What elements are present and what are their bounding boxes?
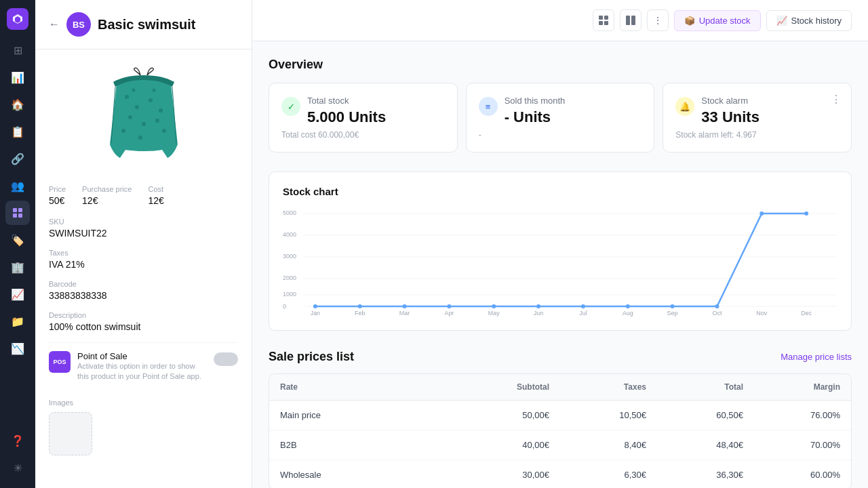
overview-cards: ✓ Total stock 5.000 Units Total cost 60.… xyxy=(269,83,852,152)
stock-alarm-label: Stock alarm xyxy=(701,96,760,106)
stock-alarm-sub: Stock alarm left: 4.967 xyxy=(675,130,839,140)
svg-text:Jul: Jul xyxy=(579,310,587,317)
purchase-price-item: Purchase price 12€ xyxy=(82,185,132,207)
sidebar-item-customers[interactable]: 👥 xyxy=(5,174,30,198)
price-row: Price 50€ Purchase price 12€ Cost 12€ xyxy=(49,185,238,207)
cell-taxes: 6,30€ xyxy=(560,460,657,488)
image-thumbnail[interactable] xyxy=(49,412,92,455)
sidebar-item-plugins[interactable]: ✳ xyxy=(5,455,30,480)
cell-rate: Main price xyxy=(269,401,463,430)
grid-view-button[interactable] xyxy=(593,9,614,31)
update-stock-button[interactable]: 📦 Update stock xyxy=(674,10,761,31)
sold-this-month-card: ≡ Sold this month - Units - xyxy=(466,83,655,152)
price-item: Price 50€ xyxy=(49,185,66,207)
logo[interactable] xyxy=(7,8,28,30)
product-image xyxy=(76,63,212,171)
pos-text: Point of Sale Activate this option in or… xyxy=(77,351,207,382)
avatar: BS xyxy=(66,12,91,37)
sidebar-item-inventory[interactable] xyxy=(5,201,30,225)
table-row: B2B 40,00€ 8,40€ 48,40€ 70.00% xyxy=(269,430,851,460)
svg-point-13 xyxy=(138,136,142,140)
svg-point-48 xyxy=(403,304,407,308)
cell-margin: 60.00% xyxy=(754,460,851,488)
sold-month-sub: - xyxy=(479,130,642,140)
svg-point-56 xyxy=(760,211,764,216)
col-rate: Rate xyxy=(269,374,463,400)
product-image-area xyxy=(35,49,252,185)
pos-badge: POS xyxy=(49,351,71,373)
taxes-label: Taxes xyxy=(49,249,238,257)
split-view-button[interactable] xyxy=(620,9,642,31)
svg-rect-18 xyxy=(599,21,603,25)
sidebar-item-reports[interactable]: 📈 xyxy=(5,282,30,306)
svg-point-12 xyxy=(162,129,166,133)
svg-text:Apr: Apr xyxy=(444,310,454,317)
svg-rect-0 xyxy=(13,208,17,212)
svg-point-10 xyxy=(155,119,159,123)
svg-point-55 xyxy=(715,304,719,308)
svg-text:Mar: Mar xyxy=(399,310,410,317)
svg-point-52 xyxy=(581,304,585,308)
table-row: Wholesale 30,00€ 6,30€ 36,30€ 60.00% xyxy=(269,460,851,488)
bell-icon: 🔔 xyxy=(675,97,694,116)
barcode-label: Barcode xyxy=(49,280,238,288)
cell-subtotal: 30,00€ xyxy=(463,460,560,488)
manage-price-lists-link[interactable]: Manage price lists xyxy=(781,352,852,362)
svg-text:2000: 2000 xyxy=(283,274,296,281)
svg-text:3000: 3000 xyxy=(283,253,296,260)
prices-table: Rate Subtotal Taxes Total Margin Main pr… xyxy=(269,373,852,488)
sidebar-item-chart[interactable]: 📉 xyxy=(5,336,30,361)
sale-prices-section: Sale prices list Manage price lists Rate… xyxy=(269,350,852,488)
pos-toggle[interactable] xyxy=(214,352,238,366)
images-label: Images xyxy=(49,399,238,407)
sidebar-item-help[interactable]: ❓ xyxy=(5,428,30,453)
back-button[interactable]: ← xyxy=(49,18,60,30)
cell-taxes: 8,40€ xyxy=(560,430,657,460)
more-button[interactable]: ⋮ xyxy=(647,9,669,31)
sidebar-item-integrations[interactable]: 🔗 xyxy=(5,146,30,171)
barcode-value: 33883838338 xyxy=(49,290,107,301)
svg-point-6 xyxy=(149,98,153,102)
main-body: Overview ✓ Total stock 5.000 Units Total… xyxy=(252,41,868,488)
stock-history-button[interactable]: 📈 Stock history xyxy=(766,10,852,31)
sku-value: SWIMSUIT22 xyxy=(49,228,107,239)
sidebar-item-files[interactable]: 📁 xyxy=(5,309,30,333)
stock-chart: Stock chart 5000 4000 3000 2000 1000 0 xyxy=(269,171,852,331)
sidebar-item-analytics[interactable]: 📊 xyxy=(5,65,30,89)
cell-rate: Wholesale xyxy=(269,460,463,488)
card-content: Stock alarm 33 Units xyxy=(701,96,760,126)
svg-text:Jan: Jan xyxy=(311,310,320,317)
svg-rect-1 xyxy=(18,208,22,212)
svg-point-50 xyxy=(492,304,496,308)
svg-point-53 xyxy=(626,304,630,308)
card-content: Sold this month - Units xyxy=(505,96,566,126)
svg-point-49 xyxy=(447,304,451,308)
prices-title: Sale prices list xyxy=(269,350,354,364)
card-header: 🔔 Stock alarm 33 Units xyxy=(675,96,839,126)
product-title: Basic swimsuit xyxy=(98,17,196,33)
stock-alarm-value: 33 Units xyxy=(701,108,760,126)
svg-text:Oct: Oct xyxy=(712,310,722,317)
total-stock-label: Total stock xyxy=(307,96,386,106)
sidebar-item-company[interactable]: 🏢 xyxy=(5,255,30,279)
card-content: Total stock 5.000 Units xyxy=(307,96,386,126)
sidebar-item-tags[interactable]: 🏷️ xyxy=(5,228,30,252)
update-stock-icon: 📦 xyxy=(684,16,695,26)
table-header: Rate Subtotal Taxes Total Margin xyxy=(269,374,851,401)
sidebar-item-orders[interactable]: 📋 xyxy=(5,119,30,144)
svg-point-47 xyxy=(358,304,362,308)
sidebar-item-dashboard[interactable]: ⊞ xyxy=(5,38,30,62)
price-value: 50€ xyxy=(49,195,64,206)
svg-text:1000: 1000 xyxy=(283,291,296,298)
card-header: ≡ Sold this month - Units xyxy=(479,96,642,126)
sidebar-item-home[interactable]: 🏠 xyxy=(5,92,30,117)
purchase-price-value: 12€ xyxy=(82,195,98,206)
purchase-price-label: Purchase price xyxy=(82,185,132,193)
check-icon: ✓ xyxy=(281,97,300,116)
svg-text:Dec: Dec xyxy=(801,310,812,317)
col-subtotal: Subtotal xyxy=(463,374,560,400)
sku-label: SKU xyxy=(49,218,238,226)
svg-point-11 xyxy=(121,129,125,133)
cell-margin: 70.00% xyxy=(754,430,851,460)
more-options-button[interactable]: ⋮ xyxy=(831,93,842,106)
